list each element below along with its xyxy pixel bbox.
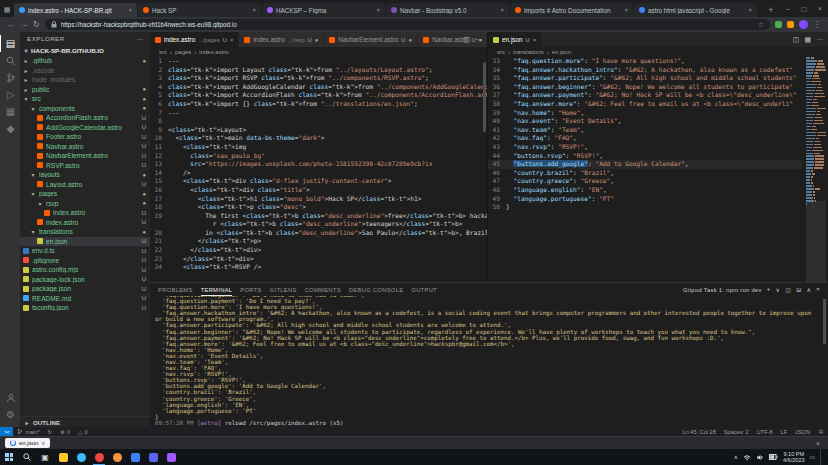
browser-tab[interactable]: index.astro - HACK-SP-BR.git× <box>14 3 137 17</box>
status-item-utf-8[interactable]: UTF-8 <box>753 429 777 435</box>
bell-icon[interactable] <box>814 428 828 435</box>
tree-file-package.json[interactable]: package.jsonU <box>20 284 150 294</box>
tree-folder-pages[interactable]: ▾pages● <box>20 189 150 199</box>
modified-dot-icon[interactable]: ● <box>409 37 413 43</box>
breadcrumb-item[interactable]: en.json <box>552 49 571 55</box>
profile-avatar[interactable] <box>799 20 808 29</box>
new-terminal-icon[interactable]: + <box>767 286 771 293</box>
extension-icon[interactable] <box>775 21 782 28</box>
tab-search-icon[interactable]: ▦ <box>0 3 14 17</box>
bookmark-star-icon[interactable]: ☆ <box>758 21 764 29</box>
toggle-panel-icon[interactable]: ▦ <box>804 36 811 44</box>
tree-file-navbar.astro[interactable]: Navbar.astroU <box>20 142 150 152</box>
tab-close-icon[interactable]: × <box>500 7 504 13</box>
tree-folder-node-modules[interactable]: ▸node_modules <box>20 75 150 85</box>
tab-close-icon[interactable]: × <box>748 7 752 13</box>
browser-tab[interactable]: HACKSP – Figma× <box>262 3 385 17</box>
kill-terminal-icon[interactable]: ⊟ <box>796 286 801 293</box>
terminal-scrollbar[interactable] <box>823 299 826 344</box>
minimap-slider[interactable] <box>806 201 826 282</box>
terminal-dropdown-icon[interactable]: ∨ <box>775 286 780 293</box>
tree-folder-components[interactable]: ▾components● <box>20 104 150 114</box>
panel-tab-comments[interactable]: COMMENTS <box>305 283 341 296</box>
taskbar-edge[interactable] <box>72 449 90 465</box>
panel-tab-terminal[interactable]: TERMINAL <box>201 283 233 296</box>
code-editor-en-json[interactable]: 33 "faq.question.more": "I have more que… <box>488 57 802 282</box>
tree-file-.gitignore[interactable]: .gitignoreU <box>20 256 150 266</box>
browser-tab[interactable]: astro html javascript - Google× <box>634 3 757 17</box>
terminal-output[interactable]: 'faq.question.participate': 'Who can par… <box>155 296 818 426</box>
panel-tab-debug-console[interactable]: DEBUG CONSOLE <box>349 283 403 296</box>
back-button[interactable]: ← <box>7 20 15 29</box>
tree-file-index.astro[interactable]: index.astroU <box>20 218 150 228</box>
tree-file-tsconfig.json[interactable]: tsconfig.jsonU <box>20 303 150 313</box>
start-button[interactable] <box>0 449 18 465</box>
taskbar-discord[interactable] <box>144 449 162 465</box>
sync-icon[interactable]: ↻ <box>44 429 57 435</box>
tree-file-navbarelement.astro[interactable]: NavbarElement.astroU <box>20 151 150 161</box>
taskbar-chrome[interactable] <box>90 449 108 465</box>
tab-close-icon[interactable]: × <box>376 7 380 13</box>
tree-folder-translations[interactable]: ▾translations● <box>20 227 150 237</box>
breadcrumb-item[interactable]: index.astro <box>199 49 228 55</box>
scrollbar[interactable] <box>483 62 486 132</box>
branch-indicator[interactable]: main* <box>13 428 43 435</box>
settings-icon[interactable]: ⚙ <box>0 406 20 423</box>
maximize-button[interactable]: ▢ <box>796 0 812 17</box>
tree-file-env.d.ts[interactable]: env.d.tsU <box>20 246 150 256</box>
source-control-icon[interactable] <box>0 69 20 86</box>
breadcrumb-item[interactable]: src <box>159 49 167 55</box>
chevron-down-icon[interactable]: ∨ <box>41 440 45 446</box>
more-actions-icon[interactable]: ⋯ <box>475 36 482 44</box>
editor-tab-index-astro[interactable]: index.astro.../rsvpU● <box>239 32 324 47</box>
breadcrumb-item[interactable]: pages <box>175 49 191 55</box>
status-item-spaces-2[interactable]: Spaces: 2 <box>720 429 753 435</box>
tree-file-accordionflash.astro[interactable]: AccordionFlash.astroU <box>20 113 150 123</box>
split-editor-icon[interactable]: ◫ <box>793 36 800 44</box>
errors-indicator[interactable]: ⊗0 <box>56 429 74 435</box>
close-panel-icon[interactable]: × <box>816 286 820 293</box>
editor-tab-navbarelement-astro[interactable]: NavbarElement.astroU● <box>324 32 418 47</box>
editor-tab-en-json[interactable]: en.jsonU× <box>488 32 542 47</box>
tree-file-readme.md[interactable]: README.mdU <box>20 294 150 304</box>
status-item-ln-45-col-28[interactable]: Ln 45, Col 28 <box>679 429 720 435</box>
breadcrumb-item[interactable]: translations <box>513 49 544 55</box>
panel-tab-gitlens[interactable]: GITLENS <box>270 283 297 296</box>
show-desktop-button[interactable] <box>820 449 823 465</box>
taskbar-vscode[interactable] <box>126 449 144 465</box>
search-icon[interactable] <box>0 52 20 69</box>
tab-close-icon[interactable]: × <box>230 37 234 43</box>
taskbar-clock[interactable]: 9:10 PM 4/6/2023 <box>783 451 805 464</box>
minimize-button[interactable]: – <box>780 0 796 17</box>
panel-tab-output[interactable]: OUTPUT <box>411 283 437 296</box>
tree-file-layout.astro[interactable]: Layout.astroU <box>20 180 150 190</box>
tree-file-package-lock.json[interactable]: package-lock.jsonU <box>20 275 150 285</box>
notification-center-icon[interactable]: ▭ <box>810 454 815 460</box>
reload-button[interactable]: ↻ <box>33 20 40 29</box>
tab-close-icon[interactable]: × <box>533 37 537 43</box>
tree-folder-.github[interactable]: ▸.github● <box>20 56 150 66</box>
status-item-lf[interactable]: LF <box>777 429 792 435</box>
remote-indicator[interactable]: >< <box>0 427 13 436</box>
browser-tab[interactable]: Navbar - Bootstrap v5.0× <box>386 3 509 17</box>
account-icon[interactable] <box>0 389 20 406</box>
minimap[interactable] <box>806 57 826 282</box>
split-terminal-icon[interactable]: ◫ <box>785 286 791 293</box>
battery-icon[interactable] <box>769 454 778 460</box>
browser-tab[interactable]: Hack SP× <box>138 3 261 17</box>
editor-tab-index-astro[interactable]: index.astro.../pagesU× <box>150 32 239 47</box>
gitpod-icon[interactable]: ◆ <box>0 120 20 137</box>
run-debug-icon[interactable]: ▷ <box>0 86 20 103</box>
tree-file-rsvp.astro[interactable]: RSVP.astroU <box>20 161 150 171</box>
tree-folder-public[interactable]: ▸public● <box>20 85 150 95</box>
url-bar[interactable]: https://hacksbr-hackspbrgithub-vfd1b4nwe… <box>45 19 770 30</box>
browser-menu-icon[interactable]: ⋮ <box>813 20 821 29</box>
taskbar-search-button[interactable] <box>18 449 36 465</box>
outline-section-header[interactable]: ▸ OUTLINE <box>20 416 150 427</box>
task-view-button[interactable]: ▣ <box>36 449 54 465</box>
tree-folder-.vscode[interactable]: ▸.vscode <box>20 66 150 76</box>
files-icon[interactable]: ▤ <box>0 35 20 52</box>
tray-chevron-icon[interactable]: ∧ <box>734 454 738 460</box>
tree-file-index.astro[interactable]: index.astroU <box>20 208 150 218</box>
more-actions-icon[interactable]: ⋯ <box>136 35 143 42</box>
